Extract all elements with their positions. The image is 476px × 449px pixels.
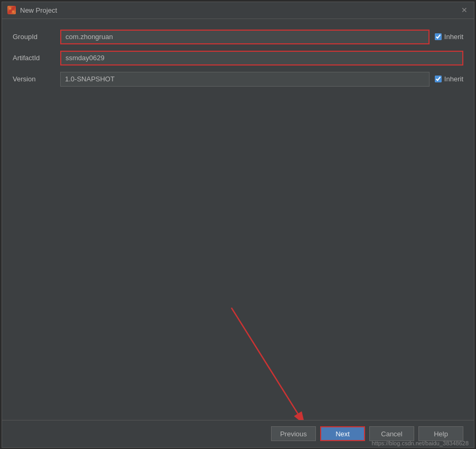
version-input[interactable]: [60, 72, 430, 87]
artifact-id-row: ArtifactId: [13, 51, 463, 66]
dialog-footer: Previous Next Cancel Help https://blog.c…: [2, 420, 474, 447]
svg-rect-3: [12, 11, 14, 13]
version-inherit-checkbox[interactable]: [435, 76, 442, 82]
version-input-container: Inherit: [60, 72, 463, 87]
artifact-id-label: ArtifactId: [13, 54, 55, 62]
watermark-text: https://blog.csdn.net/baidu_38348628: [372, 440, 469, 446]
previous-button[interactable]: Previous: [271, 426, 316, 441]
form-content: GroupId Inherit ArtifactId Version: [2, 19, 474, 420]
svg-rect-0: [9, 7, 11, 10]
version-row: Version Inherit: [13, 72, 463, 87]
help-button[interactable]: Help: [418, 426, 463, 441]
group-id-inherit: Inherit: [435, 33, 463, 41]
group-id-inherit-label: Inherit: [444, 33, 463, 41]
new-project-dialog: New Project ✕ GroupId Inherit ArtifactId: [2, 2, 474, 448]
group-id-label: GroupId: [13, 33, 55, 41]
next-button[interactable]: Next: [320, 426, 365, 441]
cancel-button[interactable]: Cancel: [369, 426, 414, 441]
version-inherit-label: Inherit: [444, 75, 463, 83]
artifact-id-input-container: [60, 51, 463, 66]
group-id-row: GroupId Inherit: [13, 30, 463, 44]
dialog-overlay: New Project ✕ GroupId Inherit ArtifactId: [0, 0, 476, 449]
group-id-input-container: Inherit: [60, 30, 463, 44]
svg-rect-2: [9, 11, 11, 13]
group-id-input[interactable]: [60, 30, 430, 44]
artifact-id-input[interactable]: [60, 51, 463, 66]
version-inherit: Inherit: [435, 75, 463, 83]
svg-rect-1: [12, 7, 14, 10]
version-label: Version: [13, 75, 55, 83]
group-id-inherit-checkbox[interactable]: [435, 33, 442, 40]
dialog-title: New Project: [20, 6, 456, 14]
close-button[interactable]: ✕: [460, 6, 469, 14]
app-icon: [7, 6, 16, 14]
title-bar: New Project ✕: [2, 2, 474, 19]
